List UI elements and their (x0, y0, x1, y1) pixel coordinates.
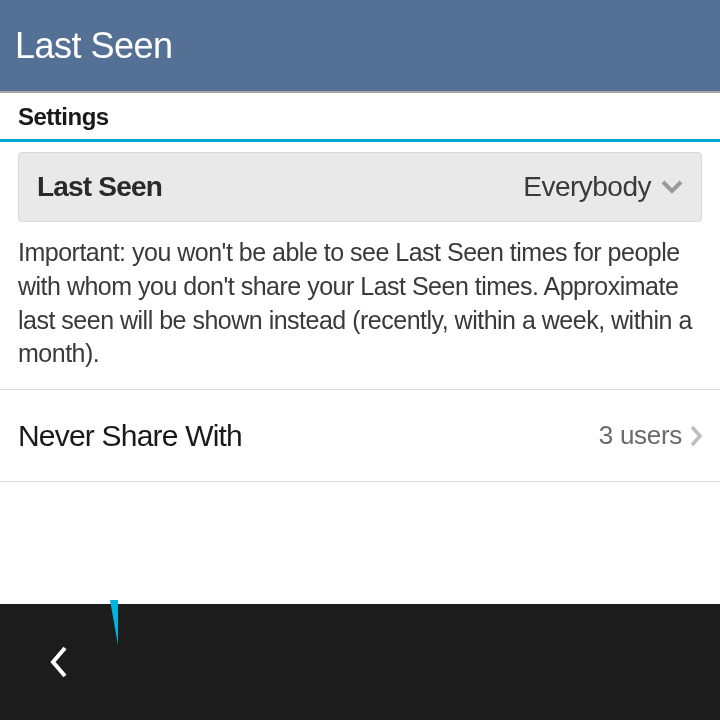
never-share-row[interactable]: Never Share With 3 users (0, 390, 720, 482)
section-label: Settings (0, 93, 720, 142)
chevron-down-icon (661, 180, 683, 194)
bottom-bar (0, 604, 720, 720)
back-button[interactable] (0, 604, 118, 720)
back-icon (48, 644, 70, 680)
last-seen-label: Last Seen (37, 171, 162, 203)
last-seen-value: Everybody (523, 171, 651, 203)
never-share-label: Never Share With (18, 419, 242, 453)
back-divider (110, 600, 118, 720)
page-title: Last Seen (15, 25, 173, 67)
never-share-right: 3 users (599, 420, 702, 451)
last-seen-select[interactable]: Last Seen Everybody (18, 152, 702, 222)
header: Last Seen (0, 0, 720, 93)
never-share-value: 3 users (599, 420, 682, 451)
description-text: Important: you won't be able to see Last… (0, 222, 720, 390)
last-seen-value-wrap: Everybody (523, 171, 683, 203)
chevron-right-icon (690, 425, 702, 447)
